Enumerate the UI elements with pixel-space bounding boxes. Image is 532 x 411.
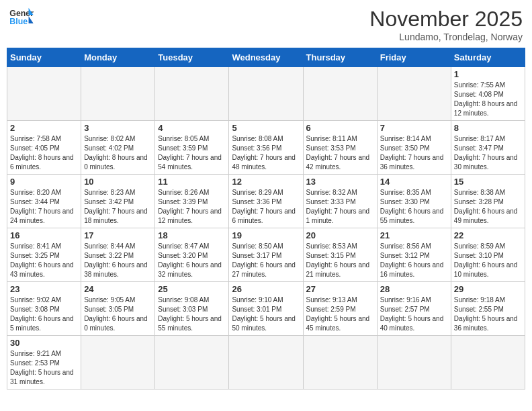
day-info: Sunrise: 8:47 AMSunset: 3:20 PMDaylight:… <box>158 242 226 279</box>
day-info: Sunrise: 8:53 AMSunset: 3:15 PMDaylight:… <box>306 242 374 279</box>
day-info: Sunrise: 9:02 AMSunset: 3:08 PMDaylight:… <box>10 295 78 333</box>
day-info: Sunrise: 8:02 AMSunset: 4:02 PMDaylight:… <box>84 134 152 172</box>
day-cell: 17Sunrise: 8:44 AMSunset: 3:22 PMDayligh… <box>81 228 155 282</box>
day-cell: 22Sunrise: 8:59 AMSunset: 3:10 PMDayligh… <box>451 228 525 282</box>
logo-icon: General Blue <box>9 7 34 27</box>
calendar-row: 30Sunrise: 9:21 AMSunset: 2:53 PMDayligh… <box>7 336 525 390</box>
empty-cell <box>229 67 303 121</box>
day-cell: 10Sunrise: 8:23 AMSunset: 3:42 PMDayligh… <box>81 175 155 228</box>
day-info: Sunrise: 8:26 AMSunset: 3:39 PMDaylight:… <box>158 188 226 226</box>
day-info: Sunrise: 8:50 AMSunset: 3:17 PMDaylight:… <box>232 242 300 279</box>
day-cell: 15Sunrise: 8:38 AMSunset: 3:28 PMDayligh… <box>451 175 525 228</box>
location-subtitle: Lundamo, Trondelag, Norway <box>369 32 523 42</box>
day-info: Sunrise: 7:55 AMSunset: 4:08 PMDaylight:… <box>454 81 522 118</box>
day-number: 15 <box>454 177 522 187</box>
day-cell: 14Sunrise: 8:35 AMSunset: 3:30 PMDayligh… <box>377 175 451 228</box>
header-monday: Monday <box>81 48 155 67</box>
day-info: Sunrise: 8:35 AMSunset: 3:30 PMDaylight:… <box>380 188 448 226</box>
day-info: Sunrise: 9:18 AMSunset: 2:55 PMDaylight:… <box>454 295 522 333</box>
page-header: General Blue November 2025 Lundamo, Tron… <box>7 7 525 42</box>
calendar-row: 9Sunrise: 8:20 AMSunset: 3:44 PMDaylight… <box>7 175 525 228</box>
day-info: Sunrise: 9:05 AMSunset: 3:05 PMDaylight:… <box>84 295 152 333</box>
empty-cell <box>81 67 155 121</box>
day-number: 22 <box>454 230 522 240</box>
day-number: 10 <box>84 177 152 187</box>
header-friday: Friday <box>377 48 451 67</box>
header-tuesday: Tuesday <box>155 48 229 67</box>
empty-cell <box>377 336 451 390</box>
day-number: 26 <box>232 284 300 294</box>
day-cell: 28Sunrise: 9:16 AMSunset: 2:57 PMDayligh… <box>377 282 451 336</box>
day-cell: 20Sunrise: 8:53 AMSunset: 3:15 PMDayligh… <box>303 228 377 282</box>
day-number: 8 <box>454 123 522 133</box>
calendar-table: Sunday Monday Tuesday Wednesday Thursday… <box>7 48 525 390</box>
day-info: Sunrise: 9:13 AMSunset: 2:59 PMDaylight:… <box>306 295 374 333</box>
calendar-row: 1Sunrise: 7:55 AMSunset: 4:08 PMDaylight… <box>7 67 525 121</box>
day-info: Sunrise: 8:11 AMSunset: 3:53 PMDaylight:… <box>306 134 374 172</box>
day-info: Sunrise: 9:08 AMSunset: 3:03 PMDaylight:… <box>158 295 226 333</box>
title-area: November 2025 Lundamo, Trondelag, Norway <box>369 7 523 42</box>
day-number: 12 <box>232 177 300 187</box>
day-info: Sunrise: 7:58 AMSunset: 4:05 PMDaylight:… <box>10 134 78 172</box>
header-saturday: Saturday <box>451 48 525 67</box>
day-number: 6 <box>306 123 374 133</box>
day-cell: 8Sunrise: 8:17 AMSunset: 3:47 PMDaylight… <box>451 121 525 175</box>
day-info: Sunrise: 8:32 AMSunset: 3:33 PMDaylight:… <box>306 188 374 226</box>
day-number: 3 <box>84 123 152 133</box>
day-number: 7 <box>380 123 448 133</box>
day-cell: 2Sunrise: 7:58 AMSunset: 4:05 PMDaylight… <box>7 121 81 175</box>
day-number: 16 <box>10 230 78 240</box>
day-number: 21 <box>380 230 448 240</box>
day-info: Sunrise: 8:38 AMSunset: 3:28 PMDaylight:… <box>454 188 522 226</box>
day-info: Sunrise: 8:05 AMSunset: 3:59 PMDaylight:… <box>158 134 226 172</box>
header-wednesday: Wednesday <box>229 48 303 67</box>
day-cell: 3Sunrise: 8:02 AMSunset: 4:02 PMDaylight… <box>81 121 155 175</box>
day-info: Sunrise: 8:41 AMSunset: 3:25 PMDaylight:… <box>10 242 78 279</box>
header-sunday: Sunday <box>7 48 81 67</box>
day-cell: 7Sunrise: 8:14 AMSunset: 3:50 PMDaylight… <box>377 121 451 175</box>
day-cell: 27Sunrise: 9:13 AMSunset: 2:59 PMDayligh… <box>303 282 377 336</box>
day-info: Sunrise: 8:44 AMSunset: 3:22 PMDaylight:… <box>84 242 152 279</box>
calendar-row: 16Sunrise: 8:41 AMSunset: 3:25 PMDayligh… <box>7 228 525 282</box>
day-cell: 30Sunrise: 9:21 AMSunset: 2:53 PMDayligh… <box>7 336 81 390</box>
empty-cell <box>377 67 451 121</box>
day-number: 25 <box>158 284 226 294</box>
day-cell: 24Sunrise: 9:05 AMSunset: 3:05 PMDayligh… <box>81 282 155 336</box>
empty-cell <box>155 336 229 390</box>
svg-text:Blue: Blue <box>9 17 28 26</box>
day-number: 24 <box>84 284 152 294</box>
day-number: 9 <box>10 177 78 187</box>
day-cell: 6Sunrise: 8:11 AMSunset: 3:53 PMDaylight… <box>303 121 377 175</box>
day-cell: 12Sunrise: 8:29 AMSunset: 3:36 PMDayligh… <box>229 175 303 228</box>
day-number: 13 <box>306 177 374 187</box>
day-info: Sunrise: 9:16 AMSunset: 2:57 PMDaylight:… <box>380 295 448 333</box>
empty-cell <box>229 336 303 390</box>
day-number: 20 <box>306 230 374 240</box>
empty-cell <box>303 336 377 390</box>
day-number: 14 <box>380 177 448 187</box>
day-number: 29 <box>454 284 522 294</box>
day-number: 19 <box>232 230 300 240</box>
day-info: Sunrise: 8:08 AMSunset: 3:56 PMDaylight:… <box>232 134 300 172</box>
day-number: 18 <box>158 230 226 240</box>
day-cell: 19Sunrise: 8:50 AMSunset: 3:17 PMDayligh… <box>229 228 303 282</box>
day-info: Sunrise: 8:17 AMSunset: 3:47 PMDaylight:… <box>454 134 522 172</box>
empty-cell <box>7 67 81 121</box>
empty-cell <box>451 336 525 390</box>
day-cell: 29Sunrise: 9:18 AMSunset: 2:55 PMDayligh… <box>451 282 525 336</box>
day-cell: 5Sunrise: 8:08 AMSunset: 3:56 PMDaylight… <box>229 121 303 175</box>
day-info: Sunrise: 8:56 AMSunset: 3:12 PMDaylight:… <box>380 242 448 279</box>
calendar-row: 23Sunrise: 9:02 AMSunset: 3:08 PMDayligh… <box>7 282 525 336</box>
day-number: 1 <box>454 69 522 79</box>
day-info: Sunrise: 8:20 AMSunset: 3:44 PMDaylight:… <box>10 188 78 226</box>
month-title: November 2025 <box>369 7 523 32</box>
day-number: 23 <box>10 284 78 294</box>
day-number: 4 <box>158 123 226 133</box>
day-number: 30 <box>10 338 78 348</box>
day-cell: 9Sunrise: 8:20 AMSunset: 3:44 PMDaylight… <box>7 175 81 228</box>
day-cell: 18Sunrise: 8:47 AMSunset: 3:20 PMDayligh… <box>155 228 229 282</box>
day-info: Sunrise: 8:29 AMSunset: 3:36 PMDaylight:… <box>232 188 300 226</box>
day-number: 17 <box>84 230 152 240</box>
day-info: Sunrise: 9:10 AMSunset: 3:01 PMDaylight:… <box>232 295 300 333</box>
day-info: Sunrise: 9:21 AMSunset: 2:53 PMDaylight:… <box>10 349 78 387</box>
